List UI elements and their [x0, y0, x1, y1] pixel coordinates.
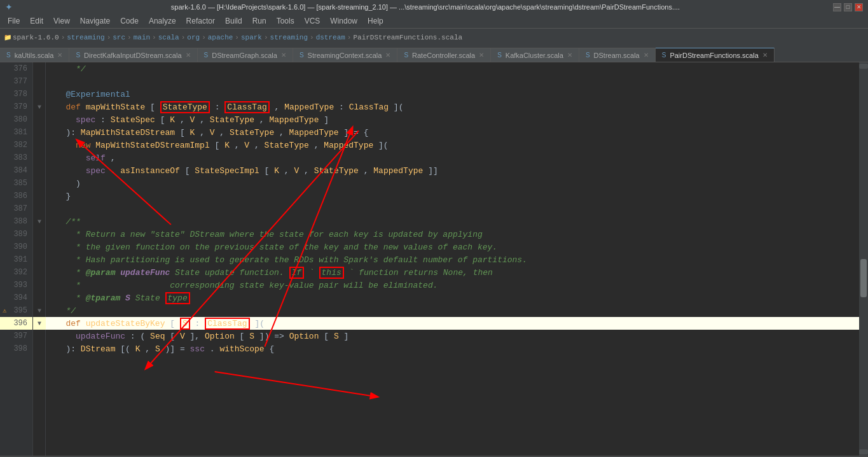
nav-dstream[interactable]: dstream — [316, 34, 345, 41]
tab-close-dstream[interactable]: ✕ — [644, 52, 649, 59]
scroll-thumb[interactable] — [860, 259, 867, 297]
nav-src[interactable]: src — [113, 34, 125, 41]
menu-code[interactable]: Code — [115, 15, 144, 27]
menu-file[interactable]: File — [3, 15, 25, 27]
ln-379: 379 — [0, 101, 32, 113]
fold-393 — [33, 279, 46, 292]
fold-397 — [33, 330, 46, 342]
scroll-down-btn[interactable] — [859, 449, 868, 454]
tab-ratecontroller[interactable]: S RateController.scala ✕ — [397, 48, 491, 62]
tabs-bar: S kaUtils.scala ✕ S DirectKafkaInputDStr… — [0, 46, 868, 62]
menu-refactor[interactable]: Refactor — [181, 15, 220, 27]
window-buttons[interactable]: — □ ✕ — [833, 3, 863, 11]
code-editor[interactable]: */ @Experimental def mapWithState [ Stat… — [46, 62, 859, 456]
minimize-button[interactable]: — — [833, 3, 841, 11]
title-text: spark-1.6.0 — [H:\IdeaProjects\spark-1.6… — [18, 3, 833, 11]
menu-tools[interactable]: Tools — [272, 15, 300, 27]
code-line-398: ): DStream [( K , S )] = ssc . withScope… — [46, 342, 859, 355]
tab-close-pairdstream[interactable]: ✕ — [762, 52, 768, 59]
tab-directkafka[interactable]: S DirectKafkaInputDStream.scala ✕ — [69, 48, 197, 62]
menu-build[interactable]: Build — [220, 15, 247, 27]
tab-close-directkafka[interactable]: ✕ — [186, 52, 191, 59]
tab-dstream[interactable]: S DStream.scala ✕ — [579, 48, 656, 62]
nav-streaming2[interactable]: streaming — [270, 34, 308, 41]
nav-scala[interactable]: scala — [158, 34, 179, 41]
ln-382: 382 — [0, 139, 32, 151]
code-line-389: * Return a new "state" DStream where the… — [46, 228, 859, 241]
menu-window[interactable]: Window — [325, 15, 362, 27]
code-line-377 — [46, 75, 859, 88]
menu-navigate[interactable]: Navigate — [75, 15, 115, 27]
ln-388: 388 — [0, 215, 32, 228]
menu-vcs[interactable]: VCS — [300, 15, 326, 27]
fold-388[interactable]: ▼ — [33, 215, 46, 228]
nav-apache[interactable]: apache — [208, 34, 233, 41]
code-line-376: */ — [46, 62, 859, 75]
tab-close-dstreamgraph[interactable]: ✕ — [281, 52, 286, 59]
code-line-379: def mapWithState [ StateType : ClassTag … — [46, 101, 859, 113]
fold-382 — [33, 139, 46, 151]
menu-edit[interactable]: Edit — [25, 15, 48, 27]
tab-close-kafkacluster[interactable]: ✕ — [567, 52, 572, 59]
code-line-394: * @tparam S State type — [46, 292, 859, 304]
svg-line-2 — [215, 372, 378, 397]
tab-pairdstream[interactable]: S PairDStreamFunctions.scala ✕ — [656, 48, 775, 62]
tab-icon-streamingctx: S — [300, 52, 304, 59]
tab-icon-ratecontroller: S — [404, 52, 408, 59]
nav-streaming[interactable]: streaming — [67, 34, 104, 41]
tab-icon-kafkacluster: S — [497, 52, 502, 59]
menu-analyze[interactable]: Analyze — [144, 15, 181, 27]
tab-kafkautils[interactable]: S kaUtils.scala ✕ — [0, 48, 69, 62]
scroll-track[interactable] — [859, 69, 868, 449]
code-line-380: spec : StateSpec [ K , V , StateType , M… — [46, 113, 859, 126]
tab-label-dstream: DStream.scala — [594, 52, 640, 59]
maximize-button[interactable]: □ — [844, 3, 852, 11]
ln-395: ⚠ 395 — [0, 304, 32, 317]
nav-file[interactable]: PairDStreamFunctions.scala — [353, 34, 462, 41]
fold-379[interactable]: ▼ — [33, 101, 46, 113]
menu-view[interactable]: View — [48, 15, 75, 27]
ln-378: 378 — [0, 88, 32, 101]
tab-label-kafkautils: kaUtils.scala — [15, 52, 54, 59]
code-line-390: * the given function on the previous sta… — [46, 241, 859, 253]
tab-icon-directkafka: S — [76, 52, 80, 59]
ln-389: 389 — [0, 228, 32, 241]
ln-391: 391 — [0, 253, 32, 266]
fold-395[interactable]: ▼ — [33, 304, 46, 317]
tab-dstreamgraph[interactable]: S DStreamGraph.scala ✕ — [198, 48, 293, 62]
tab-close-kafkautils[interactable]: ✕ — [57, 52, 62, 59]
minimap-scrollbar[interactable] — [859, 62, 868, 456]
fold-376[interactable] — [33, 62, 46, 75]
code-line-381: ): MapWithStateDStream [ K , V , StateTy… — [46, 126, 859, 139]
nav-org[interactable]: org — [187, 34, 200, 41]
tab-label-kafkacluster: KafkaCluster.scala — [506, 52, 563, 59]
menu-help[interactable]: Help — [362, 15, 389, 27]
scroll-up-btn[interactable] — [859, 64, 868, 69]
nav-spark[interactable]: spark — [241, 34, 262, 41]
tab-streamingctx[interactable]: S StreamingContext.scala ✕ — [293, 48, 397, 62]
fold-378 — [33, 88, 46, 101]
code-line-392: * @param updateFunc State update functio… — [46, 266, 859, 279]
fold-398 — [33, 342, 46, 355]
tab-label-pairdstream: PairDStreamFunctions.scala — [670, 52, 758, 59]
code-line-387 — [46, 202, 859, 215]
ln-393: 393 — [0, 279, 32, 292]
ln-396: 396 — [0, 317, 32, 330]
fold-390 — [33, 241, 46, 253]
tab-kafkacluster[interactable]: S KafkaCluster.scala ✕ — [491, 48, 579, 62]
ln-394: 394 — [0, 292, 32, 304]
tab-close-ratecontroller[interactable]: ✕ — [479, 52, 484, 59]
menu-run[interactable]: Run — [247, 15, 272, 27]
nav-main[interactable]: main — [134, 34, 150, 41]
fold-396[interactable]: ▼ — [33, 317, 46, 330]
code-line-391: * Hash partitioning is used to generate … — [46, 253, 859, 266]
tab-close-streamingctx[interactable]: ✕ — [385, 52, 390, 59]
ln-398: 398 — [0, 342, 32, 355]
project-icon: 📁 — [4, 34, 11, 41]
close-button[interactable]: ✕ — [855, 3, 863, 11]
nav-project[interactable]: spark-1.6.0 — [13, 34, 59, 41]
editor-container: 376 377 378 379 380 381 382 383 384 385 … — [0, 62, 868, 456]
nav-bar: 📁 spark-1.6.0 › streaming › src › main ›… — [0, 28, 868, 46]
code-line-384: spec . asInstanceOf [ StateSpecImpl [ K … — [46, 164, 859, 177]
ln-384: 384 — [0, 164, 32, 177]
